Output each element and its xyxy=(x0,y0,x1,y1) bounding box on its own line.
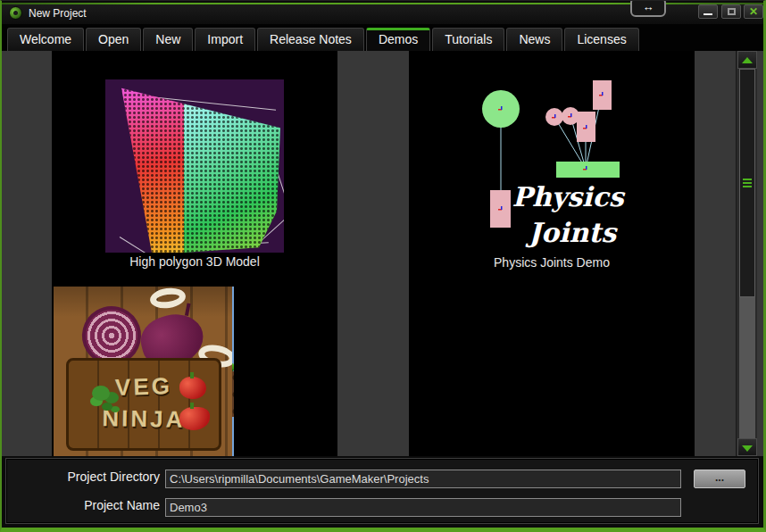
scrollbar-grip-icon xyxy=(743,179,752,188)
close-button[interactable]: ✕ xyxy=(744,4,763,19)
project-name-input[interactable] xyxy=(165,498,681,517)
window-title: New Project xyxy=(29,7,87,20)
scroll-down-button[interactable] xyxy=(737,438,757,456)
project-form-panel: Project Directory ... Project Name xyxy=(5,458,759,524)
project-name-label: Project Name xyxy=(6,498,160,512)
onion-ring-art xyxy=(149,287,187,311)
demo-caption: Physics Joints Demo xyxy=(409,255,695,270)
gamemaker-gear-icon xyxy=(9,6,22,20)
demo-thumbnail-veg-ninja[interactable]: VEG NINJA xyxy=(54,287,232,456)
tab-new[interactable]: New xyxy=(143,28,193,51)
tab-welcome[interactable]: Welcome xyxy=(7,28,84,51)
tab-release-notes[interactable]: Release Notes xyxy=(257,28,364,51)
minimize-button[interactable] xyxy=(698,4,718,19)
tab-import[interactable]: Import xyxy=(195,28,255,51)
tab-open[interactable]: Open xyxy=(86,28,141,51)
demo-thumbnail-physics-joints[interactable]: Physics Joints xyxy=(461,79,639,253)
scroll-up-arrow-icon xyxy=(742,57,753,63)
scroll-down-arrow-icon xyxy=(742,445,753,452)
left-right-arrow-icon: ↔ xyxy=(643,0,654,13)
tab-news[interactable]: News xyxy=(506,28,562,51)
scrollbar-thumb[interactable] xyxy=(739,69,755,297)
physics-title-line2: Joints xyxy=(525,217,618,248)
demos-grid: High polygon 3D Model xyxy=(2,51,763,456)
tab-bar: Welcome Open New Import Release Notes De… xyxy=(2,24,763,51)
project-directory-label: Project Directory xyxy=(6,470,160,484)
maximize-button[interactable] xyxy=(721,4,741,19)
maximize-icon xyxy=(728,8,736,15)
minimize-icon xyxy=(704,13,712,15)
tab-licenses[interactable]: Licenses xyxy=(564,28,638,51)
scrollbar-track[interactable] xyxy=(739,69,755,438)
browse-button[interactable]: ... xyxy=(694,470,745,488)
tab-demos[interactable]: Demos xyxy=(366,28,430,51)
veg-ninja-sign: VEG NINJA xyxy=(66,358,221,451)
project-directory-input[interactable] xyxy=(165,470,681,488)
demo-thumbnail-high-polygon[interactable] xyxy=(105,79,284,253)
scroll-up-button[interactable] xyxy=(737,51,757,69)
pepper-art xyxy=(179,377,206,399)
physics-joints-art: Physics Joints xyxy=(461,79,639,253)
broccoli-art xyxy=(92,386,110,401)
tab-tutorials[interactable]: Tutorials xyxy=(432,28,504,51)
new-project-window: New Project ↔ ✕ Welcome Open New Import … xyxy=(0,0,766,532)
swap-arrows-button[interactable]: ↔ xyxy=(630,0,666,17)
demo-caption: High polygon 3D Model xyxy=(52,254,337,269)
vertical-scrollbar[interactable] xyxy=(736,51,757,456)
close-icon: ✕ xyxy=(745,5,762,18)
physics-title-line1: Physics xyxy=(512,181,625,212)
